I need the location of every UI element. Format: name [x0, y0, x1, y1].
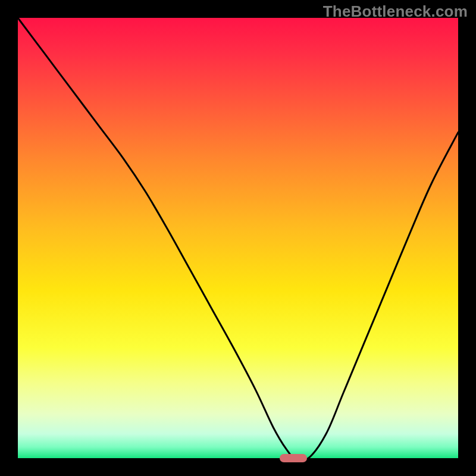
watermark-text: TheBottleneck.com	[323, 2, 468, 21]
bottleneck-chart	[0, 0, 476, 476]
plot-background	[18, 18, 458, 458]
optimum-marker	[280, 454, 307, 462]
chart-frame: TheBottleneck.com	[0, 0, 476, 476]
